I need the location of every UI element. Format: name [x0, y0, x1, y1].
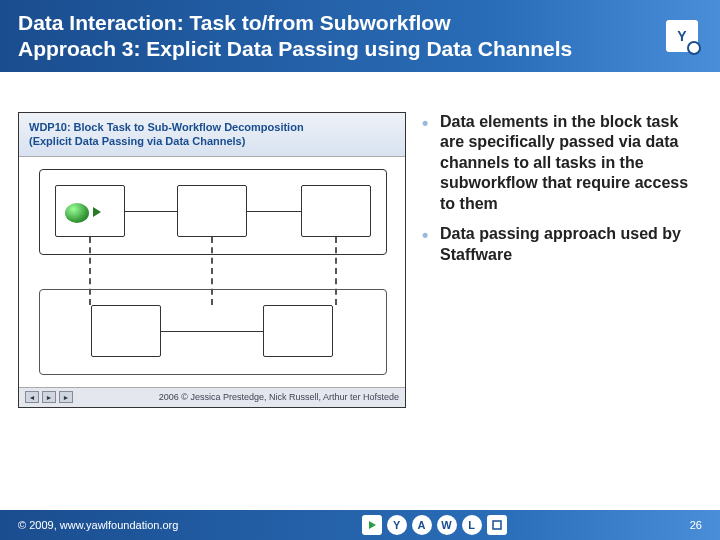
- task-box: [263, 305, 333, 357]
- playback-controls: ◄ ► ►: [25, 391, 73, 403]
- letter-w-icon: W: [437, 515, 457, 535]
- svg-rect-1: [493, 521, 501, 529]
- square-icon: [487, 515, 507, 535]
- diagram-footer: ◄ ► ► 2006 © Jessica Prestedge, Nick Rus…: [19, 387, 405, 407]
- data-element-icon: [65, 203, 89, 223]
- title-line-2: Approach 3: Explicit Data Passing using …: [18, 36, 572, 62]
- diagram-frame: WDP10: Block Task to Sub-Workflow Decomp…: [18, 112, 406, 408]
- data-channel-dashed: [211, 237, 213, 305]
- diagram-credits: 2006 © Jessica Prestedge, Nick Russell, …: [159, 392, 399, 402]
- yawl-logo-icon: Y: [666, 20, 698, 52]
- logo-letter: Y: [677, 28, 686, 44]
- page-number: 26: [690, 519, 702, 531]
- letter-y-icon: Y: [387, 515, 407, 535]
- slide-title: Data Interaction: Task to/from Subworkfl…: [18, 10, 572, 63]
- diagram-body: [19, 157, 405, 387]
- svg-marker-0: [369, 521, 376, 529]
- bullet-item: Data passing approach used by Staffware: [422, 224, 702, 265]
- prev-button[interactable]: ◄: [25, 391, 39, 403]
- title-line-1: Data Interaction: Task to/from Subworkfl…: [18, 10, 572, 36]
- bullet-list: Data elements in the block task are spec…: [422, 112, 702, 408]
- task-box: [91, 305, 161, 357]
- play-icon: [362, 515, 382, 535]
- copyright-text: © 2009, www.yawlfoundation.org: [18, 519, 178, 531]
- data-channel-dashed: [335, 237, 337, 305]
- bullet-item: Data elements in the block task are spec…: [422, 112, 702, 214]
- diagram-title: WDP10: Block Task to Sub-Workflow Decomp…: [19, 113, 405, 157]
- letter-l-icon: L: [462, 515, 482, 535]
- slide-content: WDP10: Block Task to Sub-Workflow Decomp…: [0, 72, 720, 408]
- slide-footer: © 2009, www.yawlfoundation.org Y A W L 2…: [0, 510, 720, 540]
- connector: [161, 331, 263, 333]
- slide-header: Data Interaction: Task to/from Subworkfl…: [0, 0, 720, 72]
- connector: [247, 211, 301, 213]
- diagram-title-line-2: (Explicit Data Passing via Data Channels…: [29, 134, 395, 148]
- connector: [125, 211, 177, 213]
- next-button[interactable]: ►: [59, 391, 73, 403]
- task-box: [301, 185, 371, 237]
- footer-logo-group: Y A W L: [362, 515, 507, 535]
- play-button[interactable]: ►: [42, 391, 56, 403]
- letter-a-icon: A: [412, 515, 432, 535]
- diagram-panel: WDP10: Block Task to Sub-Workflow Decomp…: [18, 112, 406, 408]
- diagram-title-line-1: WDP10: Block Task to Sub-Workflow Decomp…: [29, 120, 395, 134]
- data-channel-dashed: [89, 237, 91, 305]
- task-box: [177, 185, 247, 237]
